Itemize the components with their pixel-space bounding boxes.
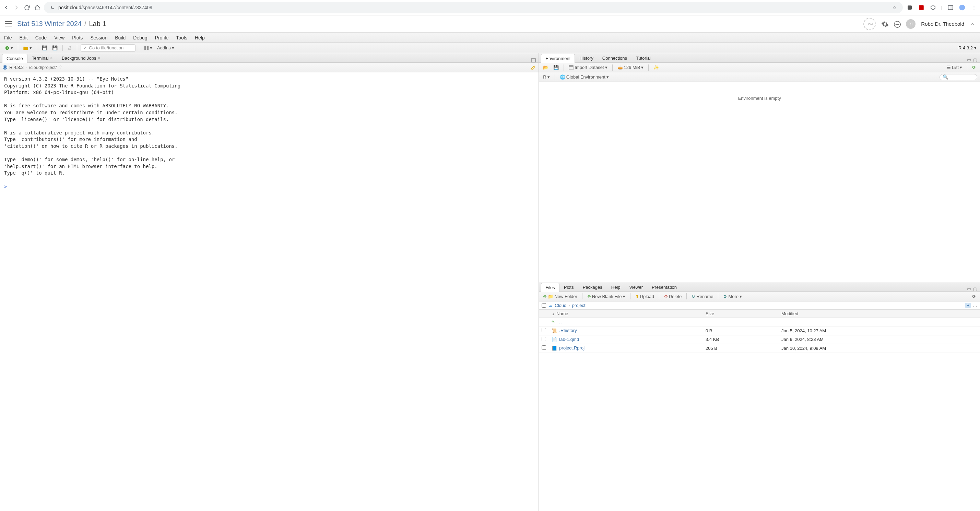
env-search-input[interactable] — [940, 74, 977, 80]
menu-help[interactable]: Help — [195, 35, 205, 40]
menu-build[interactable]: Build — [115, 35, 126, 40]
minimize-icon[interactable]: ▭ — [967, 57, 971, 62]
svg-point-1 — [52, 8, 54, 9]
goto-input[interactable]: ↗ Go to file/function — [81, 44, 135, 52]
list-view-button[interactable]: ☰ List ▾ — [945, 64, 964, 71]
puzzle-icon[interactable] — [929, 4, 936, 11]
tab-tutorial[interactable]: Tutorial — [632, 54, 655, 62]
menu-tools[interactable]: Tools — [176, 35, 187, 40]
menu-code[interactable]: Code — [35, 35, 47, 40]
menu-file[interactable]: File — [4, 35, 12, 40]
panel-icon[interactable] — [947, 4, 954, 11]
pdf-icon[interactable] — [918, 4, 925, 11]
tab-environment[interactable]: Environment — [541, 54, 575, 63]
scope-r-button[interactable]: R ▾ — [542, 74, 551, 80]
col-name[interactable]: ▲ Name — [549, 310, 703, 318]
tab-history[interactable]: History — [575, 54, 598, 62]
url-bar[interactable]: posit.cloud/spaces/463147/content/733740… — [44, 2, 903, 13]
menu-session[interactable]: Session — [90, 35, 107, 40]
save-env-icon[interactable]: 💾 — [552, 64, 560, 71]
console-path[interactable]: /cloud/project/ — [29, 65, 57, 70]
avatar[interactable]: RT — [906, 19, 915, 29]
profile-icon[interactable] — [959, 4, 966, 11]
scope-env-button[interactable]: 🌐 Global Environment ▾ — [558, 74, 610, 80]
clear-console-icon[interactable] — [530, 65, 536, 70]
maximize-icon[interactable]: ▢ — [973, 57, 977, 62]
home-icon[interactable] — [33, 4, 40, 11]
tab-connections[interactable]: Connections — [598, 54, 632, 62]
reload-icon[interactable] — [23, 4, 30, 11]
refresh-icon[interactable]: ⟳ — [971, 64, 977, 71]
close-icon[interactable]: × — [97, 55, 100, 61]
r-version-label[interactable]: R 4.3.2 — [958, 45, 973, 50]
tab-console[interactable]: Console — [2, 54, 27, 63]
menu-plots[interactable]: Plots — [72, 35, 83, 40]
cloud-icon: ☁ — [548, 303, 553, 308]
load-env-icon[interactable]: 📂 — [542, 64, 550, 71]
row-checkbox[interactable] — [542, 328, 546, 332]
upload-button[interactable]: ⬆ Upload — [634, 293, 655, 300]
more-dots-icon[interactable]: … — [973, 303, 977, 308]
menu-profile[interactable]: Profile — [155, 35, 169, 40]
save-all-button[interactable]: 💾 — [51, 45, 59, 51]
col-modified[interactable]: Modified — [779, 310, 980, 318]
breadcrumb-project[interactable]: project — [572, 303, 585, 308]
menu-edit[interactable]: Edit — [19, 35, 28, 40]
tab-viewer[interactable]: Viewer — [625, 283, 648, 291]
tab-help[interactable]: Help — [607, 283, 625, 291]
extension-icon[interactable] — [906, 4, 913, 11]
tab-files[interactable]: Files — [541, 283, 559, 292]
new-blank-button[interactable]: ⊕ New Blank File ▾ — [586, 293, 627, 300]
delete-button[interactable]: ⊘ Delete — [663, 293, 683, 300]
close-icon[interactable]: × — [50, 55, 53, 61]
ram-badge[interactable]: RAM — [863, 18, 876, 30]
table-row[interactable]: ⬑.. — [539, 318, 980, 326]
forward-icon[interactable] — [13, 4, 20, 11]
tab-plots[interactable]: Plots — [560, 283, 578, 291]
kebab-icon[interactable]: ⋮ — [970, 4, 977, 11]
menu-view[interactable]: View — [54, 35, 65, 40]
rename-button[interactable]: ↻ Rename — [690, 293, 714, 300]
chevron-up-icon[interactable] — [970, 21, 975, 27]
table-row[interactable]: 📄lab-1.qmd 3.4 KB Jan 9, 2024, 8:23 AM — [539, 335, 980, 344]
table-row[interactable]: 📜.Rhistory 0 B Jan 5, 2024, 10:27 AM — [539, 326, 980, 336]
r-badge-icon[interactable]: R — [965, 303, 971, 308]
maximize-icon[interactable]: ▢ — [973, 287, 977, 291]
gear-icon[interactable] — [881, 21, 888, 27]
breadcrumb-space[interactable]: Stat 513 Winter 2024 — [17, 20, 82, 28]
tab-packages[interactable]: Packages — [578, 283, 607, 291]
print-button[interactable]: 🖨 — [66, 45, 73, 51]
broom-icon[interactable]: ✨ — [652, 64, 660, 71]
more-button[interactable]: ⚙ More ▾ — [722, 293, 743, 300]
table-row[interactable]: 📘project.Rproj 205 B Jan 10, 2024, 9:09 … — [539, 344, 980, 353]
console-output[interactable]: R version 4.3.2 (2023-10-31) -- "Eye Hol… — [0, 72, 539, 511]
hamburger-icon[interactable] — [5, 21, 12, 27]
menubar: File Edit Code View Plots Session Build … — [0, 33, 980, 43]
more-circle-icon[interactable] — [894, 21, 900, 27]
select-all-checkbox[interactable] — [542, 303, 546, 308]
menu-debug[interactable]: Debug — [133, 35, 147, 40]
site-info-icon[interactable] — [49, 4, 56, 11]
minimize-icon[interactable] — [531, 58, 536, 62]
import-button[interactable]: Import Dataset ▾ — [567, 64, 609, 71]
save-button[interactable]: 💾 — [40, 45, 49, 51]
col-size[interactable]: Size — [703, 310, 779, 318]
grid-button[interactable]: ▾ — [143, 45, 154, 51]
back-icon[interactable] — [3, 4, 10, 11]
refresh-files-icon[interactable]: ⟳ — [971, 293, 977, 300]
open-button[interactable]: ▾ — [22, 45, 33, 51]
tab-bgjobs[interactable]: Background Jobs× — [57, 53, 105, 62]
minimize-icon[interactable]: ▭ — [967, 287, 971, 291]
tab-terminal[interactable]: Terminal× — [27, 53, 57, 62]
row-checkbox[interactable] — [542, 345, 546, 350]
tab-presentation[interactable]: Presentation — [647, 283, 681, 291]
star-icon[interactable]: ☆ — [891, 4, 898, 11]
memory-button[interactable]: 🥧 126 MiB ▾ — [616, 64, 645, 71]
svg-rect-14 — [145, 48, 146, 50]
new-doc-button[interactable]: ▾ — [3, 45, 14, 51]
popout-icon[interactable]: ⇧ — [59, 65, 62, 70]
row-checkbox[interactable] — [542, 337, 546, 341]
new-folder-button[interactable]: ⊕📁 New Folder — [542, 293, 578, 300]
addins-button[interactable]: Addins ▾ — [156, 45, 176, 51]
breadcrumb-cloud[interactable]: Cloud — [555, 303, 566, 308]
